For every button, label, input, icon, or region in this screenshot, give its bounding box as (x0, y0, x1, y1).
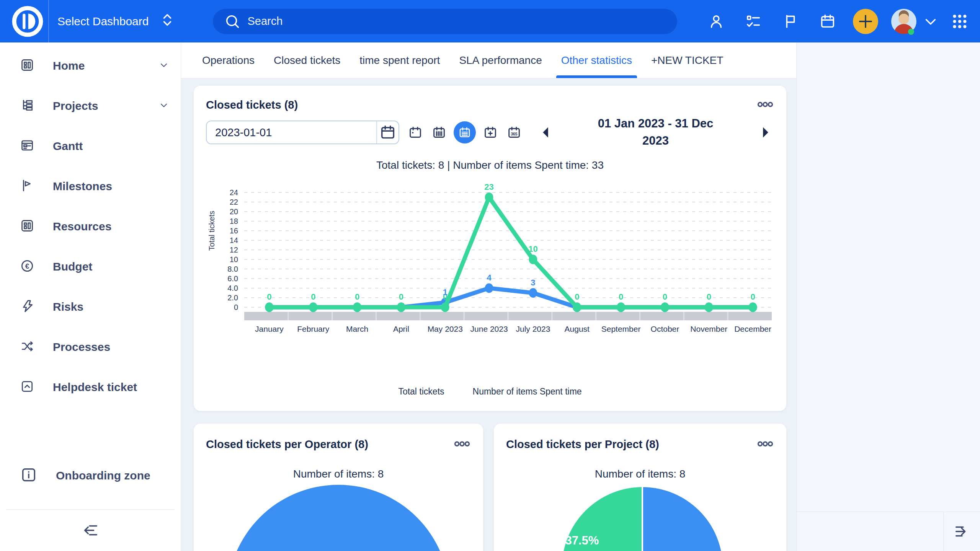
sidebar-item-milestones[interactable]: Milestones (0, 166, 181, 206)
svg-text:10: 10 (230, 255, 238, 264)
svg-text:0: 0 (355, 292, 359, 302)
pie-subtitle: Number of items: 8 (506, 468, 774, 480)
tab-new-ticket[interactable]: +NEW TICKET (642, 42, 733, 78)
tab-label: Operations (202, 54, 255, 67)
svg-text:14: 14 (230, 236, 238, 245)
search-icon (224, 13, 241, 30)
tab-label: +NEW TICKET (651, 54, 724, 67)
svg-text:May 2023: May 2023 (428, 324, 463, 333)
sidebar-item-gantt[interactable]: Gantt (0, 126, 181, 166)
sidebar-item-budget[interactable]: €Budget (0, 246, 181, 287)
card-header: Closed tickets (8) (206, 94, 774, 116)
card-header: Closed tickets per Operator (8) (206, 434, 471, 455)
svg-text:24: 24 (230, 188, 238, 197)
helpdesk-panel (796, 42, 980, 551)
sidebar-collapse-button[interactable] (0, 510, 181, 551)
sidebar-item-label: Risks (53, 300, 83, 313)
sidebar-item-processes[interactable]: Processes (0, 327, 181, 367)
tab-label: Closed tickets (274, 54, 340, 67)
calendar-year-icon[interactable]: 365 (505, 123, 523, 142)
svg-text:February: February (297, 324, 330, 333)
tab-label: SLA performance (459, 54, 542, 67)
online-status-dot (908, 29, 914, 35)
tab-sla-performance[interactable]: SLA performance (449, 42, 551, 78)
chart-legend: Total ticketsNumber of items Spent time (206, 386, 774, 397)
sidebar-item-risks[interactable]: Risks (0, 287, 181, 327)
svg-text:0: 0 (750, 292, 755, 302)
svg-text:0: 0 (663, 292, 667, 302)
tab-time-spent-report[interactable]: time spent report (350, 42, 449, 78)
date-field (206, 121, 399, 144)
date-input[interactable] (207, 121, 376, 143)
svg-text:June 2023: June 2023 (470, 324, 508, 333)
main-content: OperationsClosed ticketstime spent repor… (181, 42, 796, 551)
helpdesk-panel-nav (797, 42, 980, 51)
sidebar-item-label: Resources (53, 220, 111, 233)
apps-grid-icon[interactable] (951, 13, 969, 30)
dashboard-selector[interactable]: Select Dashboard (57, 11, 176, 31)
svg-text:4.0: 4.0 (227, 284, 238, 292)
sidebar-item-home[interactable]: Home (0, 46, 181, 86)
user-icon[interactable] (697, 13, 735, 30)
range-title-wrap: 01 Jan 2023 - 31 Dec 2023 (555, 115, 756, 150)
sidebar-item-label: Home (53, 59, 85, 72)
tab-operations[interactable]: Operations (193, 42, 264, 78)
calendar-icon[interactable] (809, 13, 846, 30)
chevron-right-icon (756, 124, 774, 141)
chart-summary: Total tickets: 8 | Number of items Spent… (206, 159, 774, 171)
project-card: Closed tickets per Project (8) Number of… (494, 424, 786, 551)
prev-period-button[interactable] (537, 124, 555, 141)
next-period-button[interactable] (756, 124, 774, 141)
sidebar-item-label: Helpdesk ticket (53, 381, 137, 394)
svg-text:0: 0 (311, 292, 315, 302)
card-title: Closed tickets per Project (8) (506, 438, 659, 451)
closed-tickets-card: Closed tickets (8) 365 01 Jan 2023 - 31 … (194, 86, 786, 411)
app-logo-icon[interactable] (11, 5, 44, 38)
user-avatar[interactable] (891, 9, 916, 34)
svg-text:23: 23 (484, 182, 493, 192)
left-sidebar: HomeProjectsGanttMilestonesResources€Bud… (0, 42, 181, 551)
helpdesk-ticket-icon (20, 379, 34, 395)
pie-slice-divider (642, 487, 643, 551)
sidebar-item-resources[interactable]: Resources (0, 206, 181, 246)
date-range-title: 01 Jan 2023 - 31 Dec 2023 (589, 115, 723, 150)
legend-item-1[interactable]: Number of items Spent time (473, 386, 582, 397)
calendar-day-icon[interactable] (406, 123, 425, 142)
tab-other-statistics[interactable]: Other statistics (552, 42, 642, 78)
chevrons-updown-icon (158, 11, 176, 31)
calendar-quarter-icon[interactable] (481, 123, 500, 142)
sidebar-item-onboarding-zone[interactable]: Onboarding zone (0, 458, 181, 493)
line-chart: Total tickets24222018161412108.06.04.02.… (206, 180, 774, 342)
sidebar-item-projects[interactable]: Projects (0, 86, 181, 126)
svg-text:3: 3 (531, 278, 535, 287)
tab-closed-tickets[interactable]: Closed tickets (264, 42, 350, 78)
flag-icon[interactable] (772, 13, 809, 30)
legend-item-0[interactable]: Total tickets (398, 386, 444, 397)
budget-euro-icon: € (20, 259, 34, 275)
svg-text:0: 0 (575, 292, 579, 302)
calendar-mode-switcher: 365 (406, 121, 523, 143)
chevron-down-icon (158, 60, 169, 72)
dashboard-selector-label: Select Dashboard (57, 15, 149, 28)
add-button[interactable] (853, 9, 878, 34)
card-menu-button[interactable] (756, 435, 774, 454)
search-input[interactable] (247, 15, 666, 28)
tasks-icon[interactable] (735, 13, 772, 30)
svg-text:22: 22 (230, 198, 238, 206)
svg-text:€: € (25, 262, 29, 270)
svg-text:September: September (601, 324, 641, 333)
pie-subtitle: Number of items: 8 (206, 468, 471, 480)
card-menu-button[interactable] (453, 435, 471, 454)
plus-icon (857, 13, 874, 30)
tab-bar: OperationsClosed ticketstime spent repor… (181, 42, 796, 78)
sidebar-item-helpdesk-ticket[interactable]: Helpdesk ticket (0, 367, 181, 407)
avatar-chevron-down-icon[interactable] (922, 13, 939, 30)
calendar-month-icon[interactable] (454, 121, 476, 143)
svg-text:12: 12 (230, 246, 238, 254)
svg-text:0: 0 (399, 292, 403, 302)
date-picker-button[interactable] (376, 121, 399, 143)
panel-collapse-button[interactable] (944, 512, 980, 551)
calendar-week-icon[interactable] (430, 123, 448, 142)
svg-text:March: March (346, 324, 368, 333)
card-menu-button[interactable] (756, 96, 774, 114)
